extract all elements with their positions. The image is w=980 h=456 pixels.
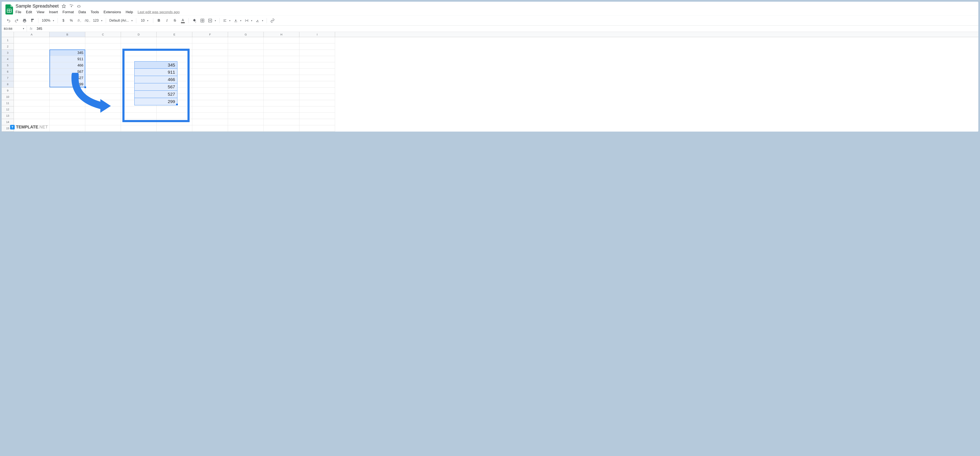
cell-C15[interactable] xyxy=(85,125,121,132)
menu-view[interactable]: View xyxy=(37,10,45,14)
cell-I2[interactable] xyxy=(299,43,335,50)
cell-G13[interactable] xyxy=(228,113,264,119)
cell-D1[interactable] xyxy=(121,37,157,43)
menu-insert[interactable]: Insert xyxy=(49,10,58,14)
formula-input[interactable]: 345 xyxy=(35,27,43,31)
name-box[interactable]: B3:B8 ▼ xyxy=(2,25,27,32)
cell-I5[interactable] xyxy=(299,62,335,68)
cell-I14[interactable] xyxy=(299,119,335,125)
paint-format-button[interactable] xyxy=(29,17,36,24)
cell-F5[interactable] xyxy=(192,62,228,68)
cell-H4[interactable] xyxy=(264,56,299,62)
cell-H10[interactable] xyxy=(264,94,299,100)
cell-F15[interactable] xyxy=(192,125,228,132)
cell-I6[interactable] xyxy=(299,68,335,75)
cell-H5[interactable] xyxy=(264,62,299,68)
cell-F6[interactable] xyxy=(192,68,228,75)
cell-A6[interactable] xyxy=(14,68,49,75)
cell-H1[interactable] xyxy=(264,37,299,43)
cell-C6[interactable] xyxy=(85,68,121,75)
valign-dropdown[interactable] xyxy=(232,19,243,22)
cell-F3[interactable] xyxy=(192,50,228,56)
cell-F12[interactable] xyxy=(192,106,228,113)
cell-G12[interactable] xyxy=(228,106,264,113)
cell-H2[interactable] xyxy=(264,43,299,50)
cell-B15[interactable] xyxy=(49,125,85,132)
cell-E15[interactable] xyxy=(157,125,192,132)
halign-dropdown[interactable] xyxy=(222,19,232,22)
cell-I15[interactable] xyxy=(299,125,335,132)
cell-A14[interactable] xyxy=(14,119,49,125)
cell-C13[interactable] xyxy=(85,113,121,119)
row-header-1[interactable]: 1 xyxy=(2,37,14,43)
star-icon[interactable] xyxy=(62,4,66,8)
cell-C5[interactable] xyxy=(85,62,121,68)
cell-F9[interactable] xyxy=(192,87,228,94)
column-header-G[interactable]: G xyxy=(228,32,264,37)
cell-I1[interactable] xyxy=(299,37,335,43)
cell-F10[interactable] xyxy=(192,94,228,100)
fill-color-button[interactable] xyxy=(191,17,198,24)
cell-C2[interactable] xyxy=(85,43,121,50)
column-header-D[interactable]: D xyxy=(121,32,157,37)
currency-button[interactable]: $ xyxy=(60,17,67,24)
cell-C14[interactable] xyxy=(85,119,121,125)
insert-link-button[interactable] xyxy=(269,17,276,24)
row-header-3[interactable]: 3 xyxy=(2,50,14,56)
cell-A13[interactable] xyxy=(14,113,49,119)
cell-A4[interactable] xyxy=(14,56,49,62)
cloud-status-icon[interactable] xyxy=(76,4,81,8)
row-header-9[interactable]: 9 xyxy=(2,87,14,94)
cell-A5[interactable] xyxy=(14,62,49,68)
number-format-dropdown[interactable]: 123 xyxy=(92,19,104,22)
decrease-decimal-button[interactable]: .0← xyxy=(76,17,83,24)
cell-B14[interactable] xyxy=(49,119,85,125)
cell-E14[interactable] xyxy=(157,119,192,125)
menu-file[interactable]: File xyxy=(16,10,21,14)
cell-G8[interactable] xyxy=(228,81,264,87)
cell-B8[interactable]: 299 xyxy=(49,81,85,87)
menu-tools[interactable]: Tools xyxy=(91,10,99,14)
cell-C12[interactable] xyxy=(85,106,121,113)
cell-I9[interactable] xyxy=(299,87,335,94)
row-header-7[interactable]: 7 xyxy=(2,75,14,81)
cell-H3[interactable] xyxy=(264,50,299,56)
row-header-6[interactable]: 6 xyxy=(2,68,14,75)
cell-C1[interactable] xyxy=(85,37,121,43)
cell-I10[interactable] xyxy=(299,94,335,100)
cell-A9[interactable] xyxy=(14,87,49,94)
cell-H15[interactable] xyxy=(264,125,299,132)
column-header-H[interactable]: H xyxy=(264,32,299,37)
cell-A2[interactable] xyxy=(14,43,49,50)
cell-B1[interactable] xyxy=(49,37,85,43)
cell-F13[interactable] xyxy=(192,113,228,119)
cell-G6[interactable] xyxy=(228,68,264,75)
cell-G5[interactable] xyxy=(228,62,264,68)
doc-title[interactable]: Sample Spreadsheet xyxy=(16,3,59,9)
cell-I12[interactable] xyxy=(299,106,335,113)
cell-I7[interactable] xyxy=(299,75,335,81)
cell-I3[interactable] xyxy=(299,50,335,56)
print-button[interactable] xyxy=(21,17,28,24)
cell-A7[interactable] xyxy=(14,75,49,81)
cell-D12[interactable] xyxy=(121,106,157,113)
menu-format[interactable]: Format xyxy=(62,10,74,14)
cell-A3[interactable] xyxy=(14,50,49,56)
cell-D3[interactable] xyxy=(121,50,157,56)
row-header-12[interactable]: 12 xyxy=(2,106,14,113)
percent-button[interactable]: % xyxy=(68,17,75,24)
row-header-8[interactable]: 8 xyxy=(2,81,14,87)
bold-button[interactable]: B xyxy=(155,17,162,24)
cell-C4[interactable] xyxy=(85,56,121,62)
cell-G1[interactable] xyxy=(228,37,264,43)
font-dropdown[interactable]: Default (Ari... xyxy=(108,19,134,22)
cell-B9[interactable] xyxy=(49,87,85,94)
cell-H6[interactable] xyxy=(264,68,299,75)
cell-F2[interactable] xyxy=(192,43,228,50)
last-edit-link[interactable]: Last edit was seconds ago xyxy=(137,10,180,14)
cell-B7[interactable]: 527 xyxy=(49,75,85,81)
cell-A8[interactable] xyxy=(14,81,49,87)
column-header-E[interactable]: E xyxy=(157,32,192,37)
font-size-dropdown[interactable]: 10 xyxy=(138,19,151,22)
cell-B12[interactable] xyxy=(49,106,85,113)
